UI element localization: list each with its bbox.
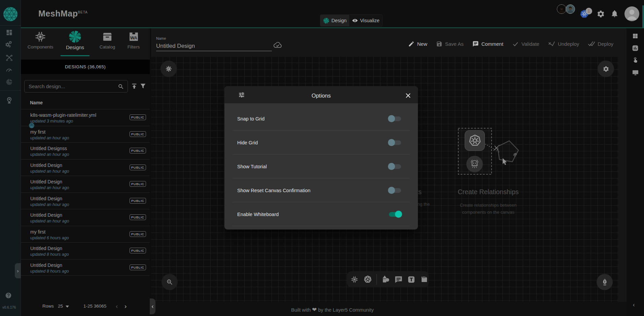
svg-text:WA: WA [130, 35, 137, 40]
